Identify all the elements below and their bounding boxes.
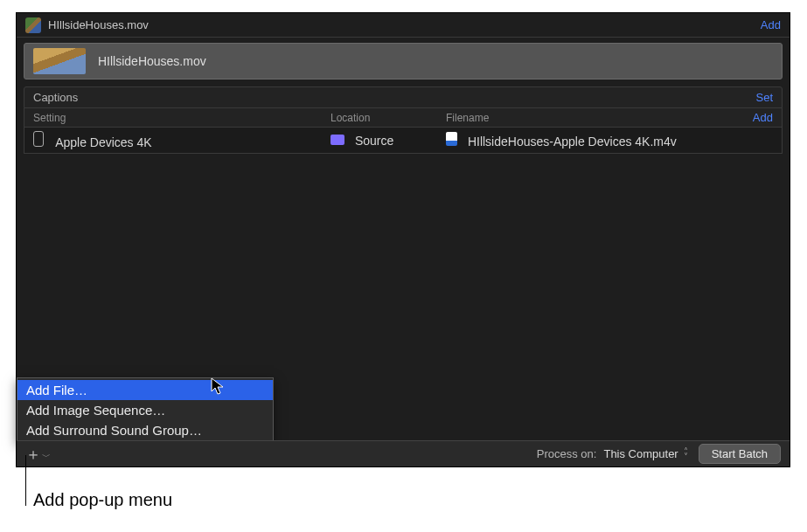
popup-item-add-surround-sound[interactable]: Add Surround Sound Group… xyxy=(17,420,273,440)
process-on-dropdown[interactable]: This Computer ˄˅ xyxy=(603,447,687,460)
source-file-name: HIllsideHouses.mov xyxy=(98,54,206,68)
col-header-setting: Setting xyxy=(33,112,330,124)
add-button[interactable]: ＋﹀ xyxy=(25,444,51,465)
captions-set-link[interactable]: Set xyxy=(755,91,773,104)
bottom-toolbar: ＋﹀ Process on: This Computer ˄˅ Start Ba… xyxy=(17,440,790,466)
video-thumbnail xyxy=(33,48,86,74)
process-on-value: This Computer xyxy=(603,447,678,460)
device-icon xyxy=(33,131,44,147)
cell-setting: Apple Devices 4K xyxy=(33,131,330,149)
popup-item-add-file[interactable]: Add File… xyxy=(17,380,273,400)
output-row[interactable]: Apple Devices 4K Source HIllsideHouses-A… xyxy=(24,128,783,154)
setting-text: Apple Devices 4K xyxy=(55,135,152,149)
add-popup-menu: Add File… Add Image Sequence… Add Surrou… xyxy=(17,377,274,443)
chevron-down-icon: ﹀ xyxy=(42,452,51,461)
process-on-label: Process on: xyxy=(537,447,597,460)
folder-icon xyxy=(330,135,344,145)
popup-item-add-image-sequence[interactable]: Add Image Sequence… xyxy=(17,400,273,420)
col-header-location: Location xyxy=(330,112,446,124)
annotation-leader-line xyxy=(25,455,26,506)
output-filename-text: HIllsideHouses-Apple Devices 4K.m4v xyxy=(468,135,677,149)
column-header-row: Setting Location Filename Add xyxy=(24,108,783,128)
add-link-top[interactable]: Add xyxy=(761,18,781,31)
updown-icon: ˄˅ xyxy=(684,449,688,459)
annotation-label: Add pop-up menu xyxy=(33,490,172,510)
captions-row: Captions Set xyxy=(24,86,783,108)
captions-label: Captions xyxy=(33,91,755,104)
start-batch-button[interactable]: Start Batch xyxy=(699,444,781,464)
location-text: Source xyxy=(355,134,393,148)
source-file-row[interactable]: HIllsideHouses.mov xyxy=(24,43,783,79)
titlebar: HIllsideHouses.mov Add xyxy=(17,13,790,38)
add-setting-link[interactable]: Add xyxy=(753,111,773,124)
file-icon xyxy=(446,132,457,146)
batch-window: HIllsideHouses.mov Add HIllsideHouses.mo… xyxy=(16,12,790,467)
col-header-filename: Filename xyxy=(446,112,753,124)
window-title: HIllsideHouses.mov xyxy=(48,18,761,31)
cell-filename: HIllsideHouses-Apple Devices 4K.m4v xyxy=(446,132,773,149)
cell-location: Source xyxy=(330,134,446,148)
document-icon xyxy=(25,17,41,33)
